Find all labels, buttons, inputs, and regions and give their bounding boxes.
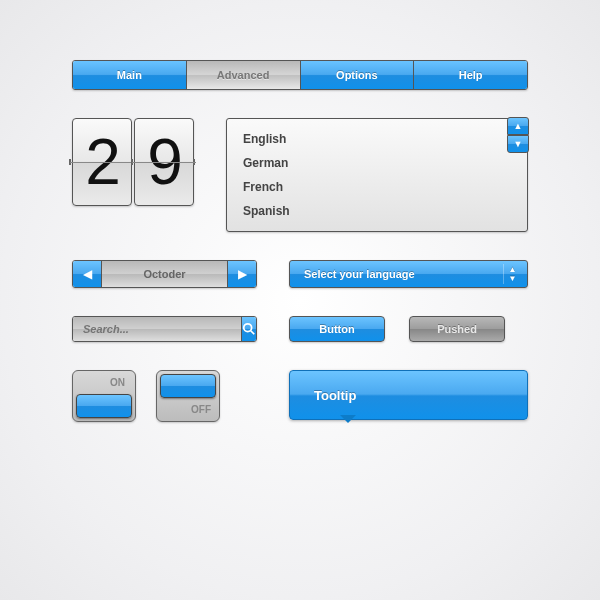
search-input[interactable] <box>73 317 241 341</box>
list-item[interactable]: French <box>227 175 527 199</box>
tab-help[interactable]: Help <box>414 61 527 89</box>
toggle-on-label: ON <box>110 377 125 388</box>
list-item[interactable]: German <box>227 151 527 175</box>
tooltip-text: Tooltip <box>314 388 356 403</box>
toggle-handle <box>76 394 132 418</box>
listbox-scrollbar: ▲ ▼ <box>507 117 529 153</box>
list-item[interactable]: English <box>227 127 527 151</box>
toggle-off-label: OFF <box>191 404 211 415</box>
pushed-button[interactable]: Pushed <box>409 316 505 342</box>
svg-line-1 <box>251 331 255 335</box>
spinner-label: Octoder <box>101 261 228 287</box>
language-listbox[interactable]: English German French Spanish ▲ ▼ <box>226 118 528 232</box>
spinner-prev-icon[interactable]: ◀ <box>73 261 101 287</box>
search-button[interactable] <box>241 317 256 341</box>
tab-bar: Main Advanced Options Help <box>72 60 528 90</box>
language-select[interactable]: Select your language ▲▼ <box>289 260 528 288</box>
month-spinner: ◀ Octoder ▶ <box>72 260 257 288</box>
flip-digit-1: 2 <box>72 118 132 206</box>
search-icon <box>242 322 256 336</box>
scroll-up-icon[interactable]: ▲ <box>507 117 529 135</box>
tab-main[interactable]: Main <box>73 61 187 89</box>
tab-options[interactable]: Options <box>301 61 415 89</box>
tooltip: Tooltip <box>289 370 528 420</box>
toggle-on[interactable]: ON <box>72 370 136 422</box>
toggle-handle <box>160 374 216 398</box>
toggle-off[interactable]: OFF <box>156 370 220 422</box>
list-item[interactable]: Spanish <box>227 199 527 223</box>
spinner-next-icon[interactable]: ▶ <box>228 261 256 287</box>
tab-advanced[interactable]: Advanced <box>187 61 301 89</box>
select-arrows-icon: ▲▼ <box>503 264 521 284</box>
search-box <box>72 316 257 342</box>
svg-point-0 <box>244 324 252 332</box>
scroll-down-icon[interactable]: ▼ <box>507 135 529 153</box>
select-label: Select your language <box>304 268 415 280</box>
primary-button[interactable]: Button <box>289 316 385 342</box>
flip-counter: 2 9 <box>72 118 194 206</box>
flip-digit-2: 9 <box>134 118 194 206</box>
